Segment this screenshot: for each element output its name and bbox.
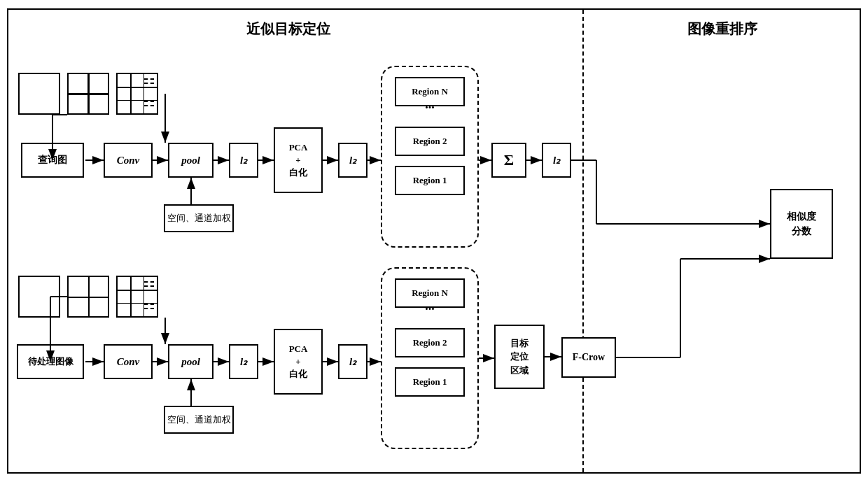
bottom-l2-2-box: l₂ <box>338 344 368 379</box>
top-l2-1-box: l₂ <box>229 143 258 178</box>
top-l2-3-box: l₂ <box>542 143 571 178</box>
top-region-1: Region 1 <box>395 166 465 195</box>
bottom-l2-1-box: l₂ <box>229 344 258 379</box>
bottom-pool-box: pool <box>168 344 214 379</box>
top-regions-box: Region N ··· Region 2 Region 1 <box>381 66 479 248</box>
input-image-2 <box>67 73 109 115</box>
bottom-regions-box: Region N ··· Region 2 Region 1 <box>381 267 479 449</box>
section-divider <box>582 10 584 472</box>
bottom-region-2: Region 2 <box>395 328 465 357</box>
input-image-3 <box>116 73 158 115</box>
top-region-n: Region N <box>395 77 465 106</box>
bottom-region-n: Region N <box>395 278 465 308</box>
sigma-box: Σ <box>491 143 526 178</box>
top-conv-box: Conv <box>104 143 153 178</box>
bottom-region-1: Region 1 <box>395 367 465 397</box>
top-region-2: Region 2 <box>395 127 465 156</box>
fcrow-box: F-Crow <box>561 337 616 378</box>
diagram-container: 近似目标定位 图像重排序 查询图 Conv pool <box>7 8 861 474</box>
top-pool-box: pool <box>168 143 214 178</box>
input-image-1 <box>18 73 60 115</box>
bottom-weight-box: 空间、通道加权 <box>164 406 234 434</box>
db-image-label: 待处理图像 <box>17 344 84 379</box>
db-image-3 <box>116 276 158 318</box>
top-weight-box: 空间、通道加权 <box>164 204 234 232</box>
bottom-pca-box: PCA+白化 <box>274 329 323 395</box>
db-image-1 <box>18 276 60 318</box>
query-image-label: 查询图 <box>21 143 84 178</box>
section-title-left: 近似目标定位 <box>246 20 330 38</box>
db-image-2 <box>67 276 109 318</box>
bottom-conv-box: Conv <box>104 344 153 379</box>
similarity-box: 相似度分数 <box>770 189 833 259</box>
target-region-box: 目标定位区域 <box>494 325 545 389</box>
top-pca-box: PCA+白化 <box>274 127 323 193</box>
section-title-right: 图像重排序 <box>687 20 757 38</box>
top-l2-2-box: l₂ <box>338 143 368 178</box>
